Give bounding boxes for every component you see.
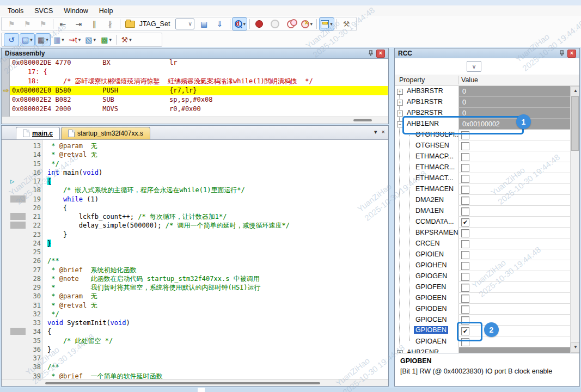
breakpoint-enable-all-icon[interactable] [283,17,298,30]
bit-label[interactable]: ETHMACEN [415,185,454,193]
reset-cpu-icon[interactable]: ↺ [4,33,19,46]
project-combo[interactable]: ∨ [174,17,195,30]
editor-line[interactable]: 34{ [2,327,388,336]
editor-line[interactable]: 32 */ [2,310,388,319]
editor-line[interactable]: 38/** [2,363,388,372]
disassembly-title-bar[interactable]: Disassembly × [2,48,388,59]
checkbox[interactable] [461,142,469,150]
disasm-line[interactable]: 18: /* 宓屽叆寮忕郴缁熺殑涓诲惊鐜 紝绋嬪簭浼氭案杩滃湪while(1)閲… [10,77,388,86]
scrollbar-thumb[interactable] [45,382,320,384]
find-in-files-icon[interactable]: ▤ [197,17,212,30]
editor-line[interactable]: 18 /* 嵌入式系统的主循环，程序会永远在while(1)里面运行*/ [2,186,388,195]
expand-toggle-icon[interactable]: + [397,111,403,117]
editor-line[interactable]: 15 */ [2,160,388,169]
bit-label[interactable]: GPIOBEN [414,326,448,334]
checkbox[interactable]: ✔ [461,218,469,226]
dropdown-arrow-icon[interactable]: ▾ [78,37,81,42]
indent-decrease-icon[interactable]: ⇤ [55,17,70,30]
checkbox[interactable] [461,153,469,161]
bit-label[interactable]: OTGHSEN [415,142,449,149]
project-folder-icon[interactable] [123,17,138,30]
editor-hscrollbar[interactable] [2,379,388,386]
watch-window-icon[interactable]: ▥▾ [51,33,66,46]
comment-selection-icon[interactable]: ∥ [87,17,102,30]
editor-line[interactable]: 29 * 我们暂时将其留空，系统将使用默认的内部时钟(HSI)运行 [2,283,388,292]
rcc-row-AHB2ENR[interactable]: +AHB2ENR [395,347,570,353]
checkbox[interactable] [461,284,469,292]
editor-line[interactable]: ▷17{ [2,177,388,186]
dropdown-arrow-icon[interactable]: ▾ [243,21,246,27]
editor-line[interactable]: 39 * @brief 一个简单的软件延时函数 [2,372,388,379]
scroll-down-icon[interactable]: ▼ [571,342,579,353]
expand-toggle-icon[interactable]: + [397,89,403,95]
editor-line[interactable]: 37 [2,354,388,363]
bit-label[interactable]: DMA2EN [415,196,444,204]
rcc-row-GPIOAEN[interactable]: GPIOAEN [395,336,570,347]
breakpoint-disable-icon[interactable] [267,17,283,30]
bit-label[interactable]: BKPSRAMEN [415,229,458,236]
rcc-row-GPIOEEN[interactable]: GPIOEEN [395,293,570,304]
rcc-row-ETHMACT[interactable]: ETHMACT... [395,173,570,184]
disassembly-window-icon[interactable]: ▤▾ [20,33,35,46]
dropdown-arrow-icon[interactable]: ▾ [109,37,112,42]
rcc-row-AHB3RSTR[interactable]: +AHB3RSTR0 [395,86,570,97]
uncomment-selection-icon[interactable]: ∦ [102,17,118,30]
editor-line[interactable]: 20 { [2,204,388,213]
checkbox[interactable] [461,262,469,270]
checkbox[interactable] [461,229,469,237]
pin-icon[interactable] [559,50,565,57]
dropdown-arrow-icon[interactable]: ▾ [330,21,333,27]
dropdown-arrow-icon[interactable]: ▾ [30,37,33,42]
bookmark-clear-icon[interactable]: ⚑ [35,17,51,30]
checkbox[interactable] [461,251,469,259]
checkbox[interactable] [461,164,469,172]
pin-icon[interactable] [368,50,374,57]
tab-list-dropdown-icon[interactable]: ▾ [374,128,377,136]
editor-line[interactable]: 13 * @param 无 [2,142,388,151]
editor-line[interactable]: 23 } [2,230,388,240]
bit-label[interactable]: GPIOFEN [415,283,446,291]
flash-download-icon[interactable]: ⇓ [212,17,228,30]
editor-line[interactable]: 16int main(void) [2,168,388,177]
disasm-line[interactable]: 17: { [10,68,388,77]
bit-label[interactable]: ETHMACP... [415,152,454,160]
rcc-row-CCMDATA[interactable]: CCMDATA...✔ [395,217,570,228]
dropdown-arrow-icon[interactable]: ▾ [62,37,64,42]
rcc-row-APB1RSTR[interactable]: +APB1RSTR0 [395,97,570,108]
rcc-row-OTGHSEN[interactable]: OTGHSEN [395,140,570,151]
disassembly-hscrollbar[interactable] [2,117,388,123]
bit-label[interactable]: GPIOAEN [415,338,447,345]
editor-line[interactable]: 21 lckfb_count++; /* 每次循环，让计数器加1*/ [2,212,388,222]
bit-label[interactable]: GPIODEN [415,305,447,313]
bit-label[interactable]: DMA1EN [415,207,444,215]
trace-icon[interactable]: ⇝t▾ [67,33,82,46]
dropdown-arrow-icon[interactable]: ▾ [310,21,313,27]
editor-line[interactable]: 22 delay_simple(500000); /* 调用一个简单的延时，减慢… [2,221,388,230]
checkbox[interactable] [461,186,469,194]
dropdown-arrow-icon[interactable]: ▾ [94,37,96,42]
scrollbar-thumb[interactable] [571,96,579,151]
disasm-line[interactable]: 0x080002E2 B082 SUB sp,sp,#0x08 [10,95,388,105]
debug-windows-icon[interactable]: ▾ [319,17,334,30]
dropdown-arrow-icon[interactable]: ▾ [129,37,132,42]
editor-line[interactable]: 19 while (1) [2,195,388,204]
bookmark-prev-icon[interactable]: ⚑ [20,17,35,30]
checkbox[interactable] [461,197,469,205]
editor-line[interactable]: 26/** [2,256,388,266]
editor-line[interactable]: 31 * @retval 无 [2,301,388,310]
rcc-row-BKPSRAMEN[interactable]: BKPSRAMEN [395,228,570,238]
dropdown-arrow-icon[interactable]: ▾ [46,37,48,42]
breakpoint-kill-all-icon[interactable]: ▾ [299,17,314,30]
editor-line[interactable]: 28 * @note 此函数在启动代码 startup_stm32f407xx.… [2,274,388,284]
tab-main.c[interactable]: main.c [16,127,60,139]
bit-label[interactable]: GPIOCEN [415,316,447,323]
rcc-row-GPIOGEN[interactable]: GPIOGEN [395,271,570,282]
code-editor-area[interactable]: 13 * @param 无14 * @retval 无15 */16int ma… [2,140,388,379]
editor-line[interactable]: 24} [2,239,388,248]
rcc-vscrollbar[interactable]: ▲ ▼ [570,86,579,353]
rcc-row-GPIODEN[interactable]: GPIODEN [395,304,570,315]
editor-line[interactable]: 33void SystemInit(void) [2,318,388,328]
rcc-row-GPIOHEN[interactable]: GPIOHEN [395,260,570,271]
configure-tools-icon[interactable]: ⚒ [339,17,354,30]
menu-help[interactable]: Help [94,7,119,15]
